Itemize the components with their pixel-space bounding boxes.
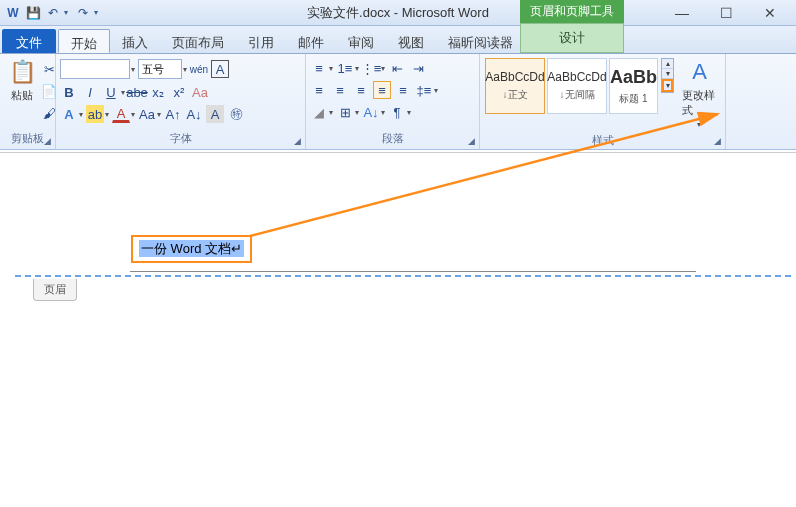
text-effects-icon[interactable]: A	[60, 105, 78, 123]
undo-icon[interactable]: ↶	[44, 4, 62, 22]
window-controls: — ☐ ✕	[672, 6, 796, 20]
undo-dropdown-icon[interactable]: ▾	[64, 8, 72, 17]
shading-icon[interactable]: ◢	[310, 103, 328, 121]
enclose-char-icon[interactable]: ㊕	[227, 105, 245, 123]
subscript-button[interactable]: x₂	[149, 83, 167, 101]
char-border-icon[interactable]: A	[211, 60, 229, 78]
minimize-button[interactable]: —	[672, 6, 692, 20]
underline-button[interactable]: U	[102, 83, 120, 101]
header-text-selection[interactable]: 一份 Word 文档↵	[139, 240, 244, 257]
clear-format-icon[interactable]: Aa	[191, 83, 209, 101]
borders-dropdown-icon[interactable]: ▾	[355, 108, 359, 117]
bullets-dropdown-icon[interactable]: ▾	[329, 64, 333, 73]
font-color-icon[interactable]: A	[112, 105, 130, 123]
text-effects-dropdown-icon[interactable]: ▾	[79, 110, 83, 119]
align-justify-icon[interactable]: ≡	[373, 81, 391, 99]
show-marks-icon[interactable]: ¶	[388, 103, 406, 121]
header-text-highlight-box: 一份 Word 文档↵	[131, 235, 252, 263]
word-icon: W	[4, 4, 22, 22]
sort-dropdown-icon[interactable]: ▾	[381, 108, 385, 117]
tab-foxit[interactable]: 福昕阅读器	[436, 29, 525, 53]
align-center-icon[interactable]: ≡	[331, 81, 349, 99]
bullets-icon[interactable]: ≡	[310, 59, 328, 77]
align-right-icon[interactable]: ≡	[352, 81, 370, 99]
page[interactable]: 一份 Word 文档↵ 页眉	[15, 183, 791, 483]
font-size-dropdown-icon[interactable]: ▾	[183, 65, 187, 74]
font-name-dropdown-icon[interactable]: ▾	[131, 65, 135, 74]
shrink-font-button[interactable]: A↓	[185, 105, 203, 123]
contextual-tab-title: 页眉和页脚工具	[520, 0, 624, 23]
tab-design[interactable]: 设计	[520, 23, 624, 53]
decrease-indent-icon[interactable]: ⇤	[388, 59, 406, 77]
tab-file[interactable]: 文件	[2, 29, 56, 53]
styles-gallery-scroll: ▴ ▾ ▾	[661, 58, 674, 93]
borders-icon[interactable]: ⊞	[336, 103, 354, 121]
font-size-input[interactable]: 五号	[138, 59, 182, 79]
paste-label: 粘贴	[11, 88, 33, 103]
numbering-dropdown-icon[interactable]: ▾	[355, 64, 359, 73]
tab-references[interactable]: 引用	[236, 29, 286, 53]
highlight-dropdown-icon[interactable]: ▾	[105, 110, 109, 119]
multilevel-dropdown-icon[interactable]: ▾	[381, 64, 385, 73]
style-normal[interactable]: AaBbCcDd ↓正文	[485, 58, 545, 114]
window-title: 实验文件.docx - Microsoft Word	[307, 4, 489, 22]
tab-review[interactable]: 审阅	[336, 29, 386, 53]
style-nospacing[interactable]: AaBbCcDd ↓无间隔	[547, 58, 607, 114]
multilevel-list-icon[interactable]: ⋮≡	[362, 59, 380, 77]
shading-dropdown-icon[interactable]: ▾	[329, 108, 333, 117]
style-normal-name: ↓正文	[503, 88, 528, 102]
align-distribute-icon[interactable]: ≡	[394, 81, 412, 99]
styles-scroll-down-icon[interactable]: ▾	[662, 69, 673, 79]
superscript-button[interactable]: x²	[170, 83, 188, 101]
tab-insert[interactable]: 插入	[110, 29, 160, 53]
change-styles-dropdown-icon[interactable]: ▾	[697, 120, 701, 129]
style-heading1-preview: AaBb	[610, 67, 657, 88]
ribbon: 📋 粘贴 ✂ 📄 🖌 剪贴板 ◢ ▾ 五号 ▾ wén A B	[0, 54, 796, 150]
line-spacing-icon[interactable]: ‡≡	[415, 81, 433, 99]
grow-font-button[interactable]: A↑	[164, 105, 182, 123]
redo-icon[interactable]: ↷	[74, 4, 92, 22]
paragraph-mark-icon: ↵	[231, 241, 242, 256]
tab-view[interactable]: 视图	[386, 29, 436, 53]
group-font-label: 字体	[60, 129, 301, 147]
group-paragraph: ≡▾ 1≡▾ ⋮≡▾ ⇤ ⇥ ≡ ≡ ≡ ≡ ≡ ‡≡▾ ◢▾ ⊞▾ A↓▾ ¶…	[306, 54, 480, 149]
maximize-button[interactable]: ☐	[716, 6, 736, 20]
change-styles-button[interactable]: A 更改样式 ▾	[678, 56, 721, 131]
styles-scroll-up-icon[interactable]: ▴	[662, 59, 673, 69]
font-color-dropdown-icon[interactable]: ▾	[131, 110, 135, 119]
styles-launcher-icon[interactable]: ◢	[711, 135, 723, 147]
sort-icon[interactable]: A↓	[362, 103, 380, 121]
char-shading-icon[interactable]: A	[206, 105, 224, 123]
save-icon[interactable]: 💾	[24, 4, 42, 22]
font-name-input[interactable]	[60, 59, 130, 79]
align-left-icon[interactable]: ≡	[310, 81, 328, 99]
phonetic-guide-icon[interactable]: wén	[190, 60, 208, 78]
paragraph-launcher-icon[interactable]: ◢	[465, 135, 477, 147]
numbering-icon[interactable]: 1≡	[336, 59, 354, 77]
increase-indent-icon[interactable]: ⇥	[409, 59, 427, 77]
highlight-icon[interactable]: ab	[86, 105, 104, 123]
style-heading1[interactable]: AaBb 标题 1	[609, 58, 658, 114]
styles-more-button[interactable]: ▾	[662, 79, 673, 92]
strikethrough-button[interactable]: abe	[128, 83, 146, 101]
line-spacing-dropdown-icon[interactable]: ▾	[434, 86, 438, 95]
show-marks-dropdown-icon[interactable]: ▾	[407, 108, 411, 117]
paste-icon: 📋	[8, 58, 36, 86]
bold-button[interactable]: B	[60, 83, 78, 101]
close-button[interactable]: ✕	[760, 6, 780, 20]
qat-customize-icon[interactable]: ▾	[94, 8, 102, 17]
header-tag[interactable]: 页眉	[33, 279, 77, 301]
header-text: 一份 Word 文档	[141, 241, 231, 256]
change-case-button[interactable]: Aa	[138, 105, 156, 123]
font-launcher-icon[interactable]: ◢	[291, 135, 303, 147]
italic-button[interactable]: I	[81, 83, 99, 101]
group-font: ▾ 五号 ▾ wén A B I U▾ abe x₂ x² Aa A▾ ab▾ …	[56, 54, 306, 149]
underline-dropdown-icon[interactable]: ▾	[121, 88, 125, 97]
group-styles-label: 样式	[484, 131, 721, 149]
tab-layout[interactable]: 页面布局	[160, 29, 236, 53]
change-case-dropdown-icon[interactable]: ▾	[157, 110, 161, 119]
tab-home[interactable]: 开始	[58, 29, 110, 53]
clipboard-launcher-icon[interactable]: ◢	[41, 135, 53, 147]
paste-button[interactable]: 📋 粘贴	[4, 56, 40, 105]
tab-mailings[interactable]: 邮件	[286, 29, 336, 53]
